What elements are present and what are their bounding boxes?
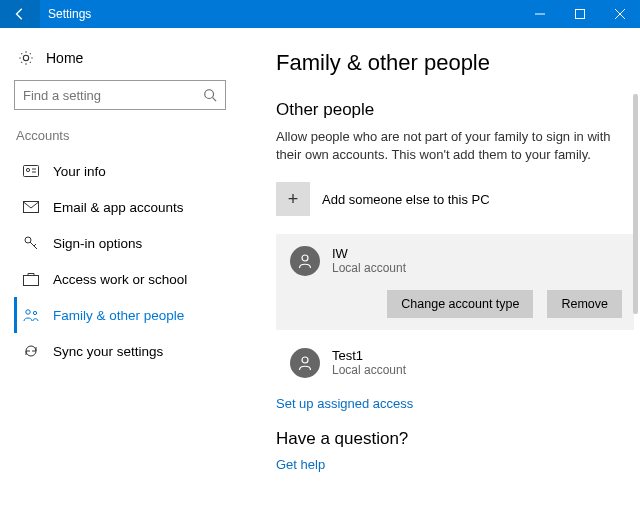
nav-email-accounts[interactable]: Email & app accounts: [14, 189, 230, 225]
other-people-desc: Allow people who are not part of your fa…: [276, 128, 634, 164]
nav-label: Family & other people: [53, 308, 184, 323]
sidebar: Home Accounts Your info Email & app acco…: [0, 28, 240, 515]
svg-rect-1: [576, 10, 585, 19]
close-button[interactable]: [600, 0, 640, 28]
main-panel: Family & other people Other people Allow…: [240, 28, 640, 515]
mail-icon: [23, 199, 39, 215]
question-heading: Have a question?: [276, 429, 634, 449]
add-someone-button[interactable]: + Add someone else to this PC: [276, 176, 634, 228]
maximize-button[interactable]: [560, 0, 600, 28]
svg-point-14: [302, 357, 308, 363]
plus-icon: +: [276, 182, 310, 216]
key-icon: [23, 235, 39, 251]
minimize-button[interactable]: [520, 0, 560, 28]
people-icon: [23, 307, 39, 323]
nav-sync-settings[interactable]: Sync your settings: [14, 333, 230, 369]
nav-label: Access work or school: [53, 272, 187, 287]
svg-point-2: [205, 90, 214, 99]
svg-point-12: [33, 311, 36, 314]
user-name: Test1: [332, 348, 406, 363]
remove-button[interactable]: Remove: [547, 290, 622, 318]
svg-rect-10: [24, 276, 39, 286]
svg-rect-8: [24, 202, 39, 213]
search-input[interactable]: [23, 88, 203, 103]
add-someone-label: Add someone else to this PC: [322, 192, 490, 207]
nav-label: Email & app accounts: [53, 200, 184, 215]
assigned-access-link[interactable]: Set up assigned access: [276, 396, 634, 411]
user-card-selected[interactable]: IW Local account Change account type Rem…: [276, 234, 634, 330]
user-sub: Local account: [332, 363, 406, 377]
home-label: Home: [46, 50, 83, 66]
home-button[interactable]: Home: [14, 46, 230, 80]
nav-group-label: Accounts: [16, 128, 230, 143]
svg-point-11: [26, 310, 30, 314]
user-row[interactable]: Test1 Local account: [276, 340, 634, 390]
page-title: Family & other people: [276, 50, 634, 76]
search-box[interactable]: [14, 80, 226, 110]
back-button[interactable]: [0, 0, 40, 28]
briefcase-icon: [23, 271, 39, 287]
svg-point-5: [26, 168, 29, 171]
search-icon: [203, 88, 217, 102]
section-other-people: Other people: [276, 100, 634, 120]
nav-label: Sign-in options: [53, 236, 142, 251]
change-account-type-button[interactable]: Change account type: [387, 290, 533, 318]
sync-icon: [23, 343, 39, 359]
user-sub: Local account: [332, 261, 406, 275]
scrollbar[interactable]: [633, 94, 638, 314]
get-help-link[interactable]: Get help: [276, 457, 634, 472]
svg-line-3: [213, 98, 217, 102]
gear-icon: [18, 50, 34, 66]
titlebar: Settings: [0, 0, 640, 28]
window-title: Settings: [40, 0, 99, 28]
id-card-icon: [23, 163, 39, 179]
svg-point-13: [302, 255, 308, 261]
nav-label: Your info: [53, 164, 106, 179]
avatar-icon: [290, 246, 320, 276]
svg-rect-4: [24, 166, 39, 177]
nav-your-info[interactable]: Your info: [14, 153, 230, 189]
avatar-icon: [290, 348, 320, 378]
nav-label: Sync your settings: [53, 344, 163, 359]
user-name: IW: [332, 246, 406, 261]
nav-access-work[interactable]: Access work or school: [14, 261, 230, 297]
nav-family-other[interactable]: Family & other people: [14, 297, 230, 333]
nav-signin-options[interactable]: Sign-in options: [14, 225, 230, 261]
